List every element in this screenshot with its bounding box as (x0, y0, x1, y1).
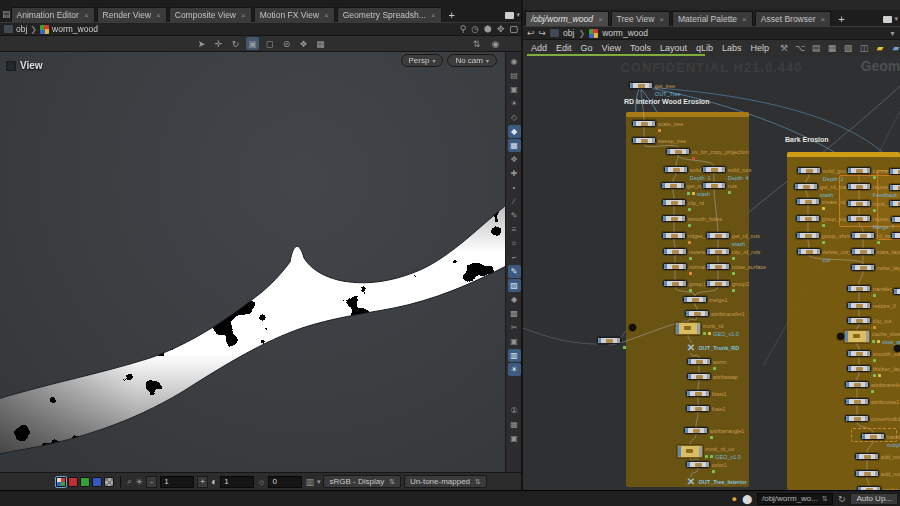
node-transfer_attr_mask[interactable]: transfer_attr_maskmorph (861, 433, 885, 440)
node-OUT_Trunk_RD[interactable]: ✕OUT_Trunk_RD (685, 343, 697, 353)
node-flag-right[interactable] (683, 264, 686, 269)
node-trunk_rd_uv[interactable]: trunk_rd_uvGEO_v1.0 (677, 445, 703, 458)
tab-close-icon[interactable]: × (742, 15, 747, 24)
node-flag-right[interactable] (683, 249, 686, 254)
select-visible-icon[interactable]: ✥ (508, 153, 521, 166)
node-flag-right[interactable] (726, 233, 729, 238)
node-flag-right[interactable] (865, 382, 868, 387)
persp-dropdown[interactable]: Persp▾ (401, 54, 444, 67)
pin-icon[interactable]: ⚲ (460, 24, 467, 34)
node-flag-left[interactable] (707, 281, 710, 286)
node-fuse1[interactable]: fuse1 (686, 405, 710, 412)
node-flag-right[interactable] (706, 462, 709, 467)
node-flag-left[interactable] (667, 149, 670, 154)
node-flag-left[interactable] (633, 138, 636, 143)
tab-close-icon[interactable]: × (821, 15, 826, 24)
node-group_shrink[interactable]: group_shrink (796, 232, 820, 239)
tab-close-icon[interactable]: × (659, 15, 664, 24)
node-clip_cut[interactable]: clip_cut (847, 317, 871, 324)
node-flag-left[interactable] (676, 323, 679, 334)
measure-icon[interactable]: ⌗ (508, 237, 521, 250)
help-icon[interactable]: ◉ (489, 37, 502, 50)
node-flag-left[interactable] (797, 199, 800, 204)
node-flag-right[interactable] (703, 297, 706, 302)
node-group_expand[interactable]: group_expand (796, 215, 820, 222)
node-flag-right[interactable] (652, 121, 655, 126)
tab-render-view[interactable]: Render View× (97, 7, 167, 22)
node-color1[interactable]: color1 (686, 461, 710, 468)
node-flag-left[interactable] (598, 338, 601, 343)
node-flag-left[interactable] (890, 185, 893, 190)
path-updown-icon[interactable]: ⇅ (822, 495, 828, 503)
node-flag-right[interactable] (867, 351, 870, 356)
display-alpha-swatch[interactable] (104, 477, 114, 487)
node-flag-left[interactable] (663, 216, 666, 221)
info-icon[interactable]: ① (508, 404, 521, 417)
refresh-icon[interactable]: ↻ (838, 494, 846, 504)
node-flag-left[interactable] (856, 454, 859, 459)
node-repeat_end1[interactable]: repeat_end1Merge: 7 (847, 215, 871, 222)
node-attribswap[interactable]: attribswap (687, 373, 711, 380)
sort-icon[interactable]: ⇅ (470, 37, 483, 50)
forward-icon[interactable]: ↪ (539, 28, 547, 38)
node-flag-right[interactable] (816, 216, 819, 221)
node-flag-right[interactable] (865, 416, 868, 421)
menu-layout[interactable]: Layout (660, 43, 687, 53)
node-get_rd_ridges[interactable]: get_rd_ridgesstash (661, 182, 685, 189)
node-repeat_begin1[interactable]: repeat_begin1Feedback: 0 (847, 183, 871, 190)
node-flag-left[interactable] (795, 184, 798, 189)
node-flag-left[interactable] (798, 249, 801, 254)
node-flag-left[interactable] (892, 217, 895, 222)
menu-labs[interactable]: Labs (722, 43, 742, 53)
pane-maximize-icon[interactable] (505, 12, 514, 19)
gizmo-icon[interactable]: ✥ (497, 24, 505, 34)
tab-close-icon[interactable]: × (598, 15, 603, 24)
menu-tools[interactable]: Tools (630, 43, 651, 53)
disable-icon[interactable]: ⊘ (280, 37, 293, 50)
node-flag-left[interactable] (664, 281, 667, 286)
pane-maximize-icon[interactable] (883, 16, 892, 23)
node-attribnoise1[interactable]: attribnoise1 (845, 398, 869, 405)
node-unnamed[interactable] (629, 324, 636, 331)
pane-menu-icon[interactable]: ▤ (2, 9, 11, 19)
thumb-view-icon[interactable]: ▧ (842, 42, 854, 54)
headlight-icon[interactable]: ◇ (508, 111, 521, 124)
pane-dropdown-icon[interactable]: ▾ (516, 11, 520, 19)
node-scale_tree[interactable]: scale_tree (632, 120, 656, 127)
node-restore_if[interactable]: restore_if (847, 302, 871, 309)
node-flag-left[interactable] (892, 233, 895, 238)
node-flag-left[interactable] (633, 121, 636, 126)
node-flag-right[interactable] (871, 265, 874, 270)
lock-camera-icon[interactable]: ▣ (508, 83, 521, 96)
node-flag-right[interactable] (682, 200, 685, 205)
node-cache_slow_growth[interactable]: cache_slow_growthslow_growth_v2 (844, 330, 870, 343)
node-flag-left[interactable] (848, 201, 851, 206)
frame-icon[interactable]: ▢ (509, 24, 518, 34)
node-unnamed[interactable] (597, 337, 621, 344)
select-contained-icon[interactable]: ✚ (508, 167, 521, 180)
node-flag-right[interactable] (699, 446, 702, 457)
new-tab-button[interactable]: + (833, 11, 849, 26)
node-tree-icon[interactable]: ⌥ (794, 42, 806, 54)
node-flag-left[interactable] (848, 318, 851, 323)
node-flag-left[interactable] (848, 366, 851, 371)
node-worm[interactable]: worm (687, 358, 711, 365)
node-solid_ridges[interactable]: solid_ridgesDepth: 1 (664, 166, 688, 173)
node-flag-left[interactable] (846, 399, 849, 404)
node-group2[interactable]: group2 (706, 280, 730, 287)
pose-tool-icon[interactable]: ↻ (229, 37, 242, 50)
tonemap-dropdown[interactable]: Un-tone-mapped⇅ (404, 475, 487, 488)
high-quality-icon[interactable]: ▦ (508, 139, 521, 152)
node-flag-left[interactable] (688, 374, 691, 379)
node-flag-right[interactable] (684, 167, 687, 172)
node-flag-left[interactable] (684, 297, 687, 302)
tab-motion-fx-view[interactable]: Motion FX View× (254, 7, 335, 22)
node-flag-right[interactable] (871, 233, 874, 238)
new-tab-button[interactable]: + (444, 7, 460, 22)
pane-layout-icon[interactable]: ▤ (508, 69, 521, 82)
node-flag-left[interactable] (707, 264, 710, 269)
node-unnamed[interactable] (891, 232, 900, 239)
node-get_rd_mask[interactable]: get_rd_maskstash (794, 183, 818, 190)
node-flag-right[interactable] (726, 281, 729, 286)
node-flag-left[interactable] (848, 184, 851, 189)
